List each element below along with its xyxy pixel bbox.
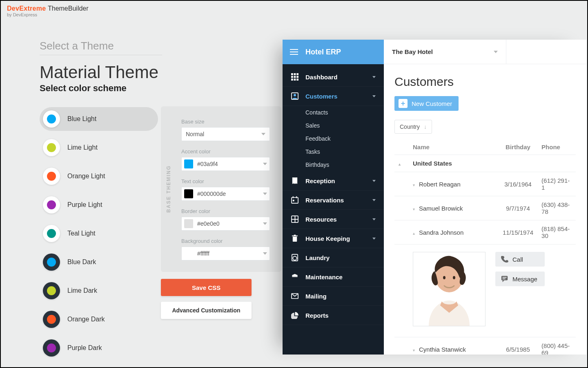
expand-icon: ▾ <box>413 207 415 211</box>
table-row[interactable]: ▴Sandra Johnson11/15/1974(818) 854-30 <box>394 220 576 245</box>
expand-icon: ▴ <box>413 231 415 236</box>
trash-icon <box>291 234 299 242</box>
color-scheme-list: Blue LightLime LightOrange LightPurple L… <box>40 107 158 368</box>
brand-name-2: ThemeBuilder <box>48 5 89 12</box>
resources-icon <box>291 215 299 223</box>
table-row[interactable]: ▾Robert Reagan3/16/1964(612) 291-1 <box>394 172 576 196</box>
call-button[interactable]: Call <box>495 252 545 267</box>
color-swatch-icon <box>47 229 56 238</box>
color-scheme-option[interactable]: Blue Light <box>40 107 158 131</box>
color-swatch-ring <box>43 311 60 328</box>
color-scheme-option[interactable]: Lime Dark <box>40 279 158 303</box>
text-color-swatch <box>184 189 193 198</box>
sidebar-item[interactable]: Laundry <box>283 248 384 267</box>
hotel-select[interactable]: The Bay Hotel <box>384 40 506 64</box>
group-by-chip[interactable]: Country ↓ <box>394 120 432 134</box>
chevron-down-icon <box>263 252 267 255</box>
sidebar-item[interactable]: Resources <box>283 210 384 229</box>
hamburger-icon[interactable] <box>290 49 298 55</box>
grid-group-row[interactable]: ▴United States <box>394 155 576 172</box>
sidebar-item[interactable]: Dashboard <box>283 67 384 87</box>
color-scheme-label: Purple Dark <box>67 344 102 352</box>
sidebar-item[interactable]: Reservations <box>283 191 384 210</box>
cell-phone: (818) 854-30 <box>537 220 576 245</box>
advanced-customization-button[interactable]: Advanced Customization <box>161 302 252 319</box>
chevron-down-icon <box>372 199 376 201</box>
table-row[interactable]: ▾Cynthia Stanwick6/5/1985(800) 445-69 <box>394 337 576 355</box>
color-swatch-ring <box>43 139 60 156</box>
sidebar-item[interactable]: Mailing <box>283 287 384 306</box>
svg-point-1 <box>443 276 445 279</box>
accent-color-picker[interactable]: #03a9f4 <box>181 157 270 171</box>
call-button-label: Call <box>512 256 523 263</box>
col-name[interactable]: Name <box>409 139 499 155</box>
color-swatch-icon <box>47 143 56 152</box>
laundry-icon <box>291 254 299 262</box>
collapse-icon: ▴ <box>399 162 401 166</box>
cell-birthday: 6/5/1985 <box>499 337 537 355</box>
preview-sidebar: Hotel ERP DashboardCustomersContactsSale… <box>283 40 384 355</box>
color-scheme-option[interactable]: Teal Dark <box>40 365 158 368</box>
chevron-down-icon <box>263 163 267 165</box>
text-color-value: #000000de <box>197 191 226 197</box>
color-scheme-label: Blue Light <box>67 115 96 123</box>
col-phone[interactable]: Phone <box>537 139 576 155</box>
color-swatch-icon <box>47 172 56 181</box>
select-theme-breadcrumb[interactable]: Select a Theme <box>40 40 162 55</box>
color-swatch-ring <box>43 168 60 185</box>
col-birthday[interactable]: Birthday <box>499 139 537 155</box>
sidebar-item[interactable]: Customers <box>283 87 384 106</box>
bg-color-value: #ffffff <box>197 250 209 257</box>
text-color-picker[interactable]: #000000de <box>181 187 270 201</box>
border-color-picker[interactable]: #e0e0e0 <box>181 217 270 231</box>
receipt-icon <box>291 177 299 185</box>
base-size-label: Base size <box>181 119 270 125</box>
accent-color-row: Accent color #03a9f4 <box>181 148 270 171</box>
preview-sidebar-header: Hotel ERP <box>283 40 384 64</box>
sidebar-subitem[interactable]: Tasks <box>305 145 384 158</box>
color-swatch-ring <box>43 282 60 299</box>
bg-color-label: Background color <box>181 238 270 244</box>
account-icon <box>291 92 299 100</box>
color-scheme-option[interactable]: Teal Light <box>40 222 158 245</box>
color-swatch-ring <box>43 196 60 213</box>
sidebar-subitem[interactable]: Feedback <box>305 132 384 145</box>
table-detail-row: CallMessage <box>394 245 576 337</box>
color-scheme-option[interactable]: Blue Dark <box>40 250 158 274</box>
sidebar-item[interactable]: Reception <box>283 171 384 191</box>
page-title: Customers <box>394 75 576 89</box>
color-scheme-option[interactable]: Purple Dark <box>40 336 158 360</box>
sidebar-item-label: Customers <box>305 93 366 100</box>
border-color-row: Border color #e0e0e0 <box>181 208 270 231</box>
base-theming-panel: BASE THEMING Base size Normal Accent col… <box>161 106 281 272</box>
new-customer-label: New Customer <box>412 100 452 107</box>
sidebar-item[interactable]: Maintenance <box>283 267 384 287</box>
color-swatch-icon <box>47 343 56 352</box>
save-css-button[interactable]: Save CSS <box>161 279 252 296</box>
accent-color-value: #03a9f4 <box>197 161 218 167</box>
color-scheme-label: Orange Dark <box>67 316 105 323</box>
message-icon <box>501 275 508 283</box>
base-theming-section-label: BASE THEMING <box>166 106 172 272</box>
sidebar-subitem[interactable]: Sales <box>305 119 384 132</box>
sidebar-subitem[interactable]: Contacts <box>305 106 384 119</box>
message-button[interactable]: Message <box>495 272 545 286</box>
scheme-title: Select color scheme <box>40 83 162 94</box>
color-scheme-option[interactable]: Orange Light <box>40 164 158 188</box>
base-size-select[interactable]: Normal <box>181 127 270 141</box>
color-scheme-option[interactable]: Orange Dark <box>40 307 158 331</box>
bg-color-picker[interactable]: #ffffff <box>181 247 270 260</box>
chevron-down-icon <box>263 222 267 225</box>
cell-birthday: 9/7/1974 <box>499 196 537 220</box>
color-scheme-option[interactable]: Purple Light <box>40 193 158 217</box>
sidebar-item[interactable]: House Keeping <box>283 229 384 248</box>
color-scheme-option[interactable]: Lime Light <box>40 136 158 159</box>
theme-name: Material Theme <box>40 63 162 82</box>
phone-icon <box>501 256 508 263</box>
color-scheme-label: Lime Dark <box>67 287 97 294</box>
color-swatch-icon <box>47 315 56 324</box>
table-row[interactable]: ▾Samuel Browick9/7/1974(630) 438-78 <box>394 196 576 220</box>
sidebar-item[interactable]: Reports <box>283 306 384 325</box>
sidebar-subitem[interactable]: Birthdays <box>305 158 384 171</box>
new-customer-button[interactable]: + New Customer <box>394 96 459 111</box>
